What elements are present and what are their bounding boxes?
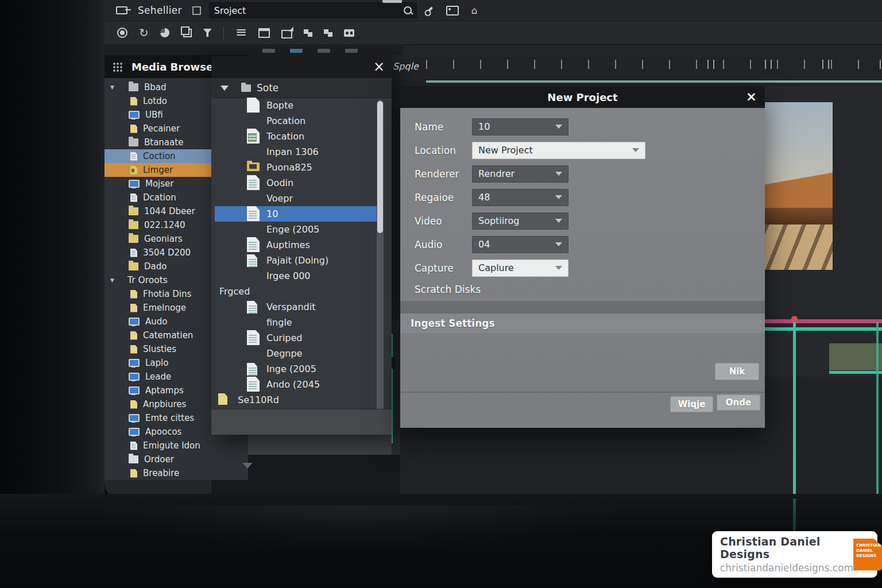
record-icon[interactable] — [117, 28, 127, 38]
export-icon[interactable] — [281, 30, 292, 38]
chevron-down-icon[interactable] — [555, 172, 562, 176]
file-row[interactable]: Se110Rd — [215, 392, 379, 408]
cancel-button[interactable]: Onde — [717, 394, 760, 411]
wrench-icon[interactable] — [425, 6, 433, 14]
olive-clip[interactable] — [829, 343, 882, 370]
dropdown-field[interactable]: Soptiirog — [472, 212, 568, 230]
file-row[interactable]: Tocation — [215, 129, 379, 144]
menu-icon[interactable]: ≡ — [235, 27, 247, 38]
history-pie-icon[interactable] — [160, 28, 169, 37]
file-icon-slot — [247, 191, 266, 206]
panel-window-icon[interactable] — [258, 28, 270, 38]
item-label: Apoocos — [145, 427, 181, 437]
chevron-down-icon[interactable] — [220, 86, 229, 91]
item-label: Audo — [145, 316, 167, 327]
copy-icon[interactable] — [183, 29, 192, 37]
file-row[interactable]: Degnpe — [215, 346, 379, 361]
tree-item[interactable]: Emigute Idon — [105, 439, 248, 452]
file-row[interactable]: Verspandit — [215, 299, 379, 315]
file-row[interactable]: 10 — [215, 206, 379, 222]
square-icon[interactable] — [192, 6, 201, 15]
search-icon[interactable] — [404, 6, 412, 14]
popup-header-row: Sote — [211, 78, 392, 98]
playhead-line-2[interactable] — [876, 322, 879, 498]
file-row[interactable]: Ando (2045 — [215, 377, 379, 392]
dialog-field-row: Video Soptiirog — [400, 209, 765, 233]
blocks-icon[interactable] — [304, 29, 308, 34]
expander-icon[interactable] — [110, 277, 121, 283]
item-type-icon — [130, 166, 137, 175]
dialog-fields: Name 10 Location New Project Renderer — [400, 115, 765, 280]
teal-clip-bar-2[interactable] — [829, 371, 882, 374]
refresh-icon[interactable]: ↻ — [139, 27, 149, 38]
item-label: Leade — [145, 372, 171, 382]
file-row[interactable]: Pocation — [215, 113, 379, 129]
scroll-down-icon[interactable] — [242, 463, 253, 469]
file-row[interactable]: Puona825 — [215, 160, 379, 175]
popup-scrollbar-thumb[interactable] — [377, 101, 383, 233]
chevron-down-icon[interactable] — [555, 195, 562, 199]
ingest-settings-label: Ingest Settings — [411, 318, 495, 329]
search-input[interactable]: Sroject — [209, 2, 417, 18]
playhead-marker[interactable] — [791, 316, 798, 322]
file-row[interactable]: Curiped — [215, 330, 379, 346]
field-label: Name — [415, 121, 472, 133]
file-row[interactable]: Irgee 000 — [215, 268, 379, 284]
file-row[interactable]: Inpan 1306 — [215, 144, 379, 160]
secondary-button[interactable]: Wiqje — [670, 396, 713, 412]
home-icon[interactable]: ⌂ — [471, 6, 478, 16]
thumbnail-road — [765, 225, 833, 270]
item-label: Pecainer — [143, 123, 180, 134]
dropdown-field[interactable]: 04 — [472, 236, 568, 253]
file-row[interactable]: Voepr — [215, 191, 379, 206]
item-label: UBfi — [145, 110, 163, 120]
file-row[interactable]: Pajait (Doing) — [215, 253, 379, 268]
watermark-url[interactable]: christiandanieldesigns.com — [720, 562, 853, 574]
tree-item[interactable]: Ordoer — [105, 452, 248, 466]
item-type-icon — [129, 83, 138, 91]
dropdown-field[interactable]: New Project — [472, 142, 645, 159]
expander-icon[interactable] — [110, 84, 121, 90]
chevron-down-icon[interactable] — [555, 219, 562, 223]
item-label: Mojser — [145, 179, 174, 189]
item-label: Laplo — [145, 358, 168, 368]
file-row[interactable]: Auptimes — [215, 237, 379, 253]
chevron-down-icon[interactable] — [555, 242, 562, 246]
film-icon[interactable] — [344, 29, 354, 37]
file-row[interactable]: fingle — [215, 315, 379, 330]
field-label: Location — [415, 145, 472, 156]
close-icon[interactable]: × — [746, 89, 757, 104]
chevron-down-icon[interactable] — [555, 266, 562, 270]
item-label: 1044 Dbeer — [144, 206, 195, 216]
dropdown-field[interactable]: Rendrer — [472, 165, 568, 183]
file-row[interactable]: Inge (2005 — [215, 361, 379, 377]
dropdown-field[interactable]: 10 — [472, 118, 568, 136]
close-icon[interactable]: × — [373, 59, 385, 75]
item-label: Tr Oroots — [127, 275, 168, 285]
popup-title-bar: × — [211, 56, 392, 78]
file-row[interactable]: Bopte — [215, 98, 379, 113]
filter-funnel-icon[interactable] — [203, 29, 212, 37]
preview-thumbnail[interactable] — [765, 102, 833, 270]
dropdown-field[interactable]: 48 — [472, 189, 568, 206]
blocks-icon[interactable] — [324, 29, 328, 34]
teal-clip-bar[interactable] — [764, 327, 882, 331]
file-row[interactable]: Oodin — [215, 175, 379, 191]
tree-item[interactable]: Breabire — [105, 466, 248, 480]
logo-line: DANIEL — [856, 548, 873, 553]
pink-clip-bar[interactable] — [764, 319, 882, 323]
ingest-settings-section[interactable]: Ingest Settings — [400, 314, 765, 333]
chevron-down-icon[interactable] — [632, 148, 639, 152]
item-type-icon — [130, 152, 137, 161]
image-icon[interactable] — [446, 6, 459, 16]
grid-icon[interactable] — [113, 62, 122, 72]
dropdown-value: 48 — [478, 192, 555, 203]
file-row[interactable]: Enge (2005 — [215, 222, 379, 237]
chevron-down-icon[interactable] — [555, 125, 562, 129]
file-icon-slot — [247, 237, 266, 253]
dropdown-field[interactable]: Caplure — [472, 260, 568, 277]
ok-button[interactable]: Nik — [715, 363, 759, 380]
file-row[interactable]: Frgced — [215, 284, 379, 299]
playhead-line[interactable] — [793, 319, 796, 498]
ghost-tab — [290, 49, 303, 53]
